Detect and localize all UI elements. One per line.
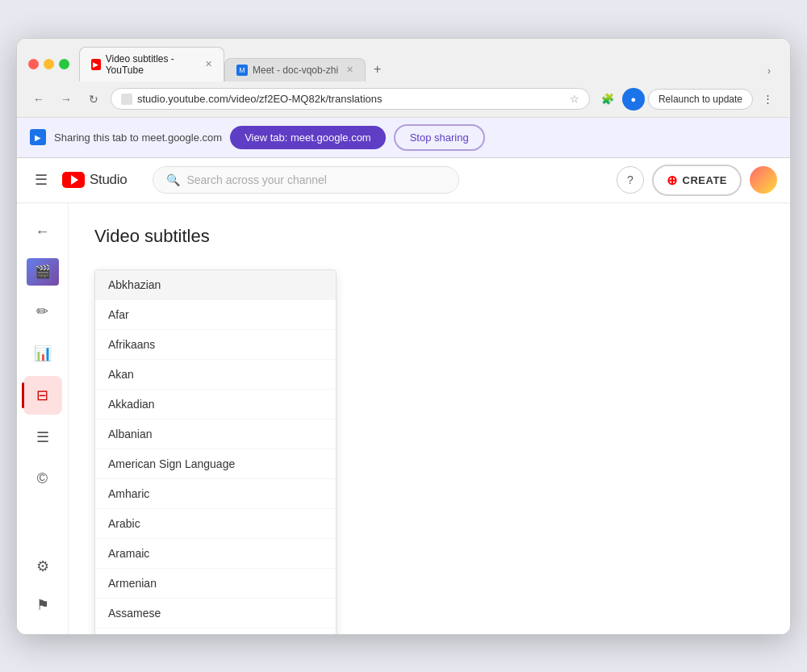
traffic-lights <box>28 59 69 69</box>
comments-icon: ☰ <box>36 428 49 446</box>
back-icon: ← <box>36 223 50 240</box>
language-item[interactable]: Aramaic <box>95 539 336 569</box>
language-item[interactable]: Amharic <box>95 479 336 509</box>
tab-youtube-close[interactable]: ✕ <box>205 59 212 69</box>
minimize-traffic-light[interactable] <box>44 59 54 69</box>
toolbar-buttons: 🧩 ● Relaunch to update ⋮ <box>596 88 779 111</box>
language-item[interactable]: Albanian <box>95 419 336 449</box>
view-tab-button[interactable]: View tab: meet.google.com <box>230 126 386 149</box>
address-favicon <box>121 94 132 105</box>
sidebar-item-analytics[interactable]: 📊 <box>23 334 62 373</box>
extensions-button[interactable]: 🧩 <box>596 88 619 111</box>
header-right: ? ⊕ CREATE <box>617 165 777 196</box>
language-item[interactable]: Akkadian <box>95 390 336 419</box>
address-text: studio.youtube.com/video/zf2EO-MQ82k/tra… <box>137 93 382 105</box>
tab-meet-label: Meet - doc-vqob-zhi <box>253 65 338 76</box>
stop-sharing-button[interactable]: Stop sharing <box>394 124 485 151</box>
sidebar-item-feedback[interactable]: ⚑ <box>23 586 62 624</box>
language-item[interactable]: Arabic <box>95 509 336 539</box>
browser-window: ▶ Video subtitles - YouTube ✕ M Meet - d… <box>16 38 791 635</box>
help-button[interactable]: ? <box>617 166 644 194</box>
address-bar[interactable]: studio.youtube.com/video/zf2EO-MQ82k/tra… <box>111 88 590 110</box>
studio-logo: Studio <box>62 172 127 188</box>
language-item[interactable]: Aymara <box>95 628 336 634</box>
browser-chrome: ▶ Video subtitles - YouTube ✕ M Meet - d… <box>17 39 790 158</box>
language-dropdown[interactable]: AbkhazianAfarAfrikaansAkanAkkadianAlbani… <box>94 269 337 634</box>
sidebar-item-settings[interactable]: ⚙ <box>23 547 62 586</box>
sidebar-item-comments[interactable]: ☰ <box>23 418 62 457</box>
studio-search-bar[interactable]: 🔍 Search across your channel <box>153 166 459 194</box>
edit-icon: ✏ <box>36 303 48 320</box>
help-icon: ? <box>627 173 633 186</box>
new-tab-button[interactable]: + <box>366 57 389 81</box>
sharing-bar: ▶ Sharing this tab to meet.google.com Vi… <box>17 117 790 157</box>
tab-meet-close[interactable]: ✕ <box>346 65 353 75</box>
close-traffic-light[interactable] <box>28 59 39 69</box>
language-item[interactable]: Assamese <box>95 599 336 628</box>
sidebar-item-edit[interactable]: ✏ <box>23 292 62 331</box>
user-avatar[interactable] <box>750 166 777 194</box>
tab-youtube-label: Video subtitles - YouTube <box>106 53 197 76</box>
search-placeholder: Search across your channel <box>186 173 327 186</box>
create-icon: ⊕ <box>667 173 678 188</box>
back-button[interactable]: ← <box>28 89 49 110</box>
page-title: Video subtitles <box>94 226 764 247</box>
meet-tab-icon: M <box>236 65 248 76</box>
thumbnail-image: 🎬 <box>27 258 59 286</box>
language-item[interactable]: Abkhazian <box>95 270 336 300</box>
sidebar: ← 🎬 ✏ 📊 ⊟ <box>17 203 69 634</box>
settings-icon: ⚙ <box>36 557 49 575</box>
feedback-icon: ⚑ <box>36 596 49 614</box>
address-bar-row: ← → ↻ studio.youtube.com/video/zf2EO-MQ8… <box>17 81 790 117</box>
search-icon: 🔍 <box>166 173 180 186</box>
sharing-text: Sharing this tab to meet.google.com <box>54 131 222 144</box>
studio-body: ← 🎬 ✏ 📊 ⊟ <box>17 203 790 634</box>
more-options-button[interactable]: ⋮ <box>756 88 779 111</box>
relaunch-button[interactable]: Relaunch to update <box>648 89 753 110</box>
youtube-tab-icon: ▶ <box>91 59 101 70</box>
sharing-meet-icon: ▶ <box>30 129 46 145</box>
tab-meet[interactable]: M Meet - doc-vqob-zhi ✕ <box>224 58 366 81</box>
sidebar-bottom: ⚙ ⚑ <box>23 547 62 624</box>
youtube-logo <box>62 172 85 188</box>
tab-youtube[interactable]: ▶ Video subtitles - YouTube ✕ <box>79 47 224 81</box>
main-content: Video subtitles AbkhazianAfarAfrikaansAk… <box>69 203 790 634</box>
copyright-icon: © <box>37 470 48 487</box>
more-tabs-button[interactable]: › <box>759 61 779 81</box>
reload-button[interactable]: ↻ <box>83 89 104 110</box>
video-thumbnail: 🎬 <box>27 258 59 286</box>
create-label: CREATE <box>683 174 727 186</box>
youtube-studio-app: ☰ Studio 🔍 Search across your channel ? <box>17 158 790 634</box>
forward-button[interactable]: → <box>56 89 77 110</box>
profile-button[interactable]: ● <box>622 88 645 111</box>
yt-play-button-logo <box>62 172 85 188</box>
sidebar-item-back[interactable]: ← <box>23 213 62 252</box>
studio-wordmark: Studio <box>90 172 127 188</box>
sidebar-item-copyright[interactable]: © <box>23 460 62 499</box>
language-item[interactable]: Afrikaans <box>95 330 336 360</box>
language-item[interactable]: Afar <box>95 300 336 330</box>
hamburger-menu-button[interactable]: ☰ <box>30 166 52 194</box>
bookmark-icon[interactable]: ☆ <box>570 93 579 105</box>
studio-header: ☰ Studio 🔍 Search across your channel ? <box>17 158 790 203</box>
title-bar: ▶ Video subtitles - YouTube ✕ M Meet - d… <box>17 39 790 81</box>
sidebar-item-thumbnail[interactable]: 🎬 <box>23 255 62 289</box>
language-item[interactable]: Akan <box>95 360 336 390</box>
maximize-traffic-light[interactable] <box>59 59 69 69</box>
analytics-icon: 📊 <box>34 344 52 362</box>
language-item[interactable]: Armenian <box>95 569 336 599</box>
language-item[interactable]: American Sign Language <box>95 449 336 479</box>
yt-play-triangle <box>71 175 78 185</box>
tabs-row: ▶ Video subtitles - YouTube ✕ M Meet - d… <box>79 47 779 81</box>
sidebar-item-subtitles[interactable]: ⊟ <box>23 376 62 415</box>
create-button[interactable]: ⊕ CREATE <box>652 165 742 196</box>
subtitles-icon: ⊟ <box>36 386 48 404</box>
